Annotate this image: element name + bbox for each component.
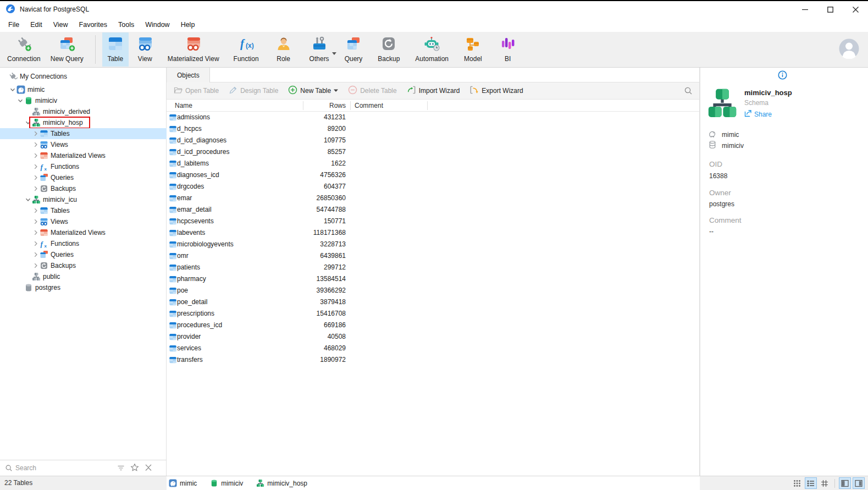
tree-item-functions-1[interactable]: fxFunctions <box>0 238 167 249</box>
table-row[interactable]: emar_detail54744788 <box>167 204 699 216</box>
connection-button[interactable]: Connection <box>2 32 46 67</box>
tree-item-materialized-views[interactable]: Materialized Views <box>0 150 167 161</box>
tree-item-backups-1[interactable]: Backups <box>0 260 167 271</box>
close-button[interactable] <box>843 1 868 18</box>
tree-item-mimic[interactable]: mimic <box>0 84 167 95</box>
tree-item-queries-1[interactable]: Queries <box>0 249 167 260</box>
table-row[interactable]: diagnoses_icd4756326 <box>167 169 699 181</box>
new-table-dropdown-caret[interactable] <box>334 89 338 92</box>
tree-item-postgres[interactable]: postgres <box>0 282 167 293</box>
view-detail-icon[interactable] <box>819 477 831 489</box>
table-row[interactable]: emar26850360 <box>167 192 699 204</box>
tree-item-tables[interactable]: Tables <box>0 128 167 139</box>
title-bar[interactable]: Navicat for PostgreSQL <box>0 1 868 18</box>
user-avatar[interactable] <box>839 38 859 60</box>
objects-search-icon[interactable] <box>684 86 693 97</box>
chevron-right-icon[interactable] <box>32 262 40 269</box>
table-header[interactable]: Name Rows Comment <box>167 100 699 112</box>
table-row[interactable]: microbiologyevents3228713 <box>167 239 699 250</box>
menu-item-help[interactable]: Help <box>175 21 201 29</box>
minimize-button[interactable] <box>792 1 817 18</box>
table-row[interactable]: admissions431231 <box>167 112 699 123</box>
menu-item-file[interactable]: File <box>3 21 25 29</box>
chevron-down-icon[interactable] <box>9 86 16 93</box>
others-dropdown-caret[interactable] <box>332 49 336 57</box>
chevron-right-icon[interactable] <box>32 174 40 181</box>
table-row[interactable]: drgcodes604377 <box>167 181 699 192</box>
materialized-view-button[interactable]: Materialized View <box>163 32 224 67</box>
table-row[interactable]: provider40508 <box>167 331 699 343</box>
others-button[interactable]: Others <box>305 32 334 67</box>
menu-item-favorites[interactable]: Favorites <box>74 21 113 29</box>
design-table-button[interactable]: Design Table <box>229 86 278 96</box>
info-icon[interactable] <box>778 70 787 81</box>
chevron-right-icon[interactable] <box>32 207 40 214</box>
backup-button[interactable]: Backup <box>373 32 405 67</box>
tree-item-tables-1[interactable]: Tables <box>0 205 167 216</box>
automation-button[interactable]: Automation <box>410 32 454 67</box>
import-wizard-button[interactable]: Import Wizard <box>407 85 460 96</box>
export-wizard-button[interactable]: Export Wizard <box>469 85 523 96</box>
filter-icon[interactable] <box>117 463 125 474</box>
tree-item-queries[interactable]: Queries <box>0 172 167 183</box>
menu-item-edit[interactable]: Edit <box>25 21 48 29</box>
chevron-right-icon[interactable] <box>32 251 40 258</box>
view-list-icon[interactable] <box>805 477 817 489</box>
query-button[interactable]: Query <box>340 32 368 67</box>
table-button[interactable]: Table <box>102 32 129 67</box>
maximize-button[interactable] <box>817 1 843 18</box>
chevron-down-icon[interactable] <box>16 97 24 104</box>
table-row[interactable]: omr6439861 <box>167 250 699 262</box>
role-button[interactable]: Role <box>270 32 297 67</box>
toggle-right-panel-icon[interactable] <box>853 477 865 489</box>
delete-table-button[interactable]: Delete Table <box>348 85 397 96</box>
tree-item-views[interactable]: Views <box>0 139 167 150</box>
function-button[interactable]: f(x) Function <box>229 32 264 67</box>
chevron-right-icon[interactable] <box>32 218 40 225</box>
view-button[interactable]: View <box>132 32 158 67</box>
sidebar-search-bar[interactable]: Search <box>0 460 167 476</box>
chevron-right-icon[interactable] <box>32 240 40 247</box>
table-row[interactable]: d_icd_procedures85257 <box>167 146 699 158</box>
open-table-button[interactable]: Open Table <box>174 86 219 96</box>
table-row[interactable]: poe39366292 <box>167 285 699 296</box>
table-row[interactable]: d_hcpcs89200 <box>167 123 699 135</box>
table-row[interactable]: procedures_icd669186 <box>167 320 699 331</box>
chevron-right-icon[interactable] <box>32 152 40 159</box>
new-table-button[interactable]: New Table <box>288 85 338 96</box>
table-row[interactable]: patients299712 <box>167 262 699 273</box>
chevron-right-icon[interactable] <box>32 141 40 148</box>
column-header-name[interactable]: Name <box>175 102 192 109</box>
tree-item-mimiciv-hosp[interactable]: mimiciv_hosp <box>0 117 167 128</box>
breadcrumb-item[interactable]: mimiciv <box>210 479 243 487</box>
chevron-down-icon[interactable] <box>24 196 32 203</box>
table-row[interactable]: services468029 <box>167 343 699 354</box>
toggle-left-panel-icon[interactable] <box>839 477 851 489</box>
menu-item-window[interactable]: Window <box>140 21 175 29</box>
breadcrumb-item[interactable]: mimiciv_hosp <box>256 479 307 487</box>
tree-item-mimiciv-icu[interactable]: mimiciv_icu <box>0 194 167 205</box>
favorites-star-icon[interactable] <box>130 463 139 474</box>
collapse-all-icon[interactable] <box>144 463 153 474</box>
table-row[interactable]: transfers1890972 <box>167 354 699 366</box>
table-row[interactable]: d_labitems1622 <box>167 158 699 169</box>
model-button[interactable]: Model <box>459 32 487 67</box>
tree-item-materialized-views-1[interactable]: Materialized Views <box>0 227 167 238</box>
tree-item-backups[interactable]: Backups <box>0 183 167 194</box>
tree-item-mimiciv-derived[interactable]: mimiciv_derived <box>0 106 167 117</box>
breadcrumb-item[interactable]: mimic <box>169 479 197 487</box>
table-row[interactable]: hcpcsevents150771 <box>167 216 699 227</box>
chevron-right-icon[interactable] <box>32 130 40 137</box>
table-row[interactable]: pharmacy13584514 <box>167 273 699 285</box>
menu-item-tools[interactable]: Tools <box>113 21 140 29</box>
tree-item-my-connections[interactable]: My Connections <box>0 71 167 82</box>
search-input[interactable]: Search <box>15 464 36 472</box>
column-header-rows[interactable]: Rows <box>303 102 346 109</box>
tree-item-public[interactable]: public <box>0 271 167 282</box>
tree-item-functions[interactable]: fxFunctions <box>0 161 167 172</box>
table-row[interactable]: poe_detail3879418 <box>167 296 699 308</box>
chevron-right-icon[interactable] <box>32 163 40 170</box>
view-grid-icon[interactable] <box>791 477 803 489</box>
new-query-button[interactable]: New Query <box>46 32 89 67</box>
tree-item-views-1[interactable]: Views <box>0 216 167 227</box>
